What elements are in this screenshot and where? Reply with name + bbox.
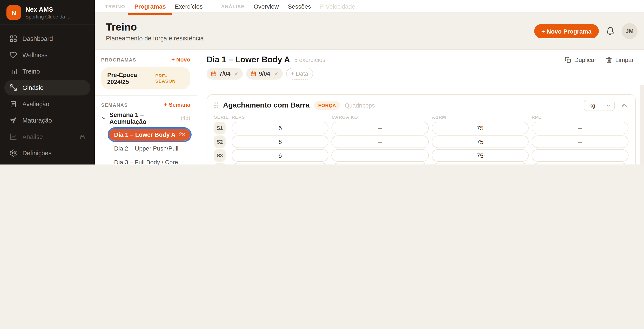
new-program-link[interactable]: + Novo: [172, 56, 190, 63]
column-header-rpe: RPE: [532, 114, 629, 120]
tab-fvelocidade[interactable]: F-Velocidade: [320, 3, 355, 10]
reps-input[interactable]: [232, 135, 329, 148]
duplicate-button[interactable]: Duplicar: [565, 56, 596, 63]
page-subtitle: Planeamento de força e resistência: [106, 35, 204, 41]
sidebar-item-avaliacao[interactable]: Avaliação: [4, 96, 90, 112]
day-item-dia1[interactable]: Dia 1 – Lower Body A 2×: [109, 129, 190, 141]
carga-input[interactable]: [332, 122, 429, 134]
panel-divider: [95, 95, 197, 96]
programs-panel: PROGRAMAS + Novo Pré-Época 2024/25 PRÉ-S…: [95, 50, 197, 164]
semanas-section-label: SEMANAS: [101, 102, 128, 107]
remove-date-icon[interactable]: [274, 71, 278, 76]
sidebar-item-label: Ginásio: [22, 84, 44, 91]
date-chip[interactable]: 7/04: [207, 68, 243, 79]
add-week-link[interactable]: + Semana: [164, 101, 190, 108]
page-title: Treino: [106, 21, 204, 33]
heart-icon: [10, 51, 17, 59]
exercise-title: Agachamento com Barra: [223, 101, 310, 110]
rm-input[interactable]: [432, 135, 529, 148]
sidebar-item-label: Treino: [22, 68, 40, 75]
tab-exercicios[interactable]: Exercícios: [175, 3, 202, 10]
exercise-scroll-region: Agachamento com Barra FORÇA Quadríceps k…: [197, 85, 644, 164]
reps-input[interactable]: [232, 149, 329, 162]
set-label: S2: [214, 135, 226, 148]
sidebar-divider: [0, 24, 95, 25]
collapse-card-button[interactable]: [620, 101, 628, 110]
date-chip[interactable]: 9/04: [246, 68, 283, 79]
user-avatar[interactable]: JM: [622, 23, 638, 39]
column-header-carga: CARGA KG: [332, 114, 429, 120]
set-table: SÉRIE REPS CARGA KG %1RM RPE S1: [214, 114, 628, 164]
column-header-reps: REPS: [232, 114, 329, 120]
rpe-input[interactable]: [532, 135, 629, 148]
rpe-input[interactable]: [532, 122, 629, 134]
day-title: Dia 1 – Lower Body A: [207, 55, 290, 64]
sidebar-item-ginasio[interactable]: Ginásio: [4, 80, 90, 95]
add-date-chip[interactable]: + Data: [286, 68, 313, 79]
drag-handle-icon[interactable]: [214, 102, 218, 109]
rpe-input[interactable]: [532, 149, 629, 162]
main-area: Dia 1 – Lower Body A 5 exercícios Duplic…: [197, 50, 644, 164]
bell-icon[interactable]: [606, 27, 615, 36]
clear-button[interactable]: Limpar: [606, 56, 634, 63]
sidebar-item-maturacao[interactable]: Maturação: [4, 113, 90, 128]
column-header-serie: SÉRIE: [214, 114, 228, 120]
sidebar-nav: Dashboard Wellness Treino Ginásio Avalia…: [0, 31, 95, 162]
week-day-count: (4d): [181, 115, 190, 121]
carga-input[interactable]: [332, 135, 429, 148]
reps-input[interactable]: [232, 163, 329, 164]
set-row: S4: [214, 163, 628, 164]
set-label: S4: [214, 163, 226, 164]
duplicate-label: Duplicar: [574, 56, 596, 63]
remove-date-icon[interactable]: [234, 71, 239, 76]
nav-separator: [212, 3, 212, 10]
reps-input[interactable]: [232, 122, 329, 134]
carga-input[interactable]: [332, 163, 429, 164]
calendar-icon: [251, 71, 256, 76]
clear-label: Limpar: [615, 56, 634, 63]
scrollbar-gutter[interactable]: [640, 85, 644, 164]
set-label: S3: [214, 149, 226, 162]
tab-overview[interactable]: Overview: [254, 3, 279, 10]
week-1-row[interactable]: Semana 1 – Acumulação (4d): [101, 110, 190, 127]
programas-section-label: PROGRAMAS: [101, 57, 136, 62]
rpe-input[interactable]: [532, 163, 629, 164]
sidebar-item-dashboard[interactable]: Dashboard: [4, 31, 90, 46]
brand-org: Sporting Clube da ...: [26, 14, 70, 19]
set-row: S2: [214, 135, 628, 148]
rm-input[interactable]: [432, 122, 529, 134]
tab-sessoes[interactable]: Sessões: [288, 3, 311, 10]
sidebar-item-label: Maturação: [22, 117, 52, 124]
set-row: S1: [214, 122, 628, 134]
day-item-dia3[interactable]: Dia 3 – Full Body / Core: [109, 156, 190, 164]
day-item-dia2[interactable]: Dia 2 – Upper Push/Pull: [109, 142, 190, 154]
nav-group-analise: ANÁLISE: [221, 4, 244, 9]
sidebar-item-label: Análise: [22, 133, 43, 140]
sidebar-item-wellness[interactable]: Wellness: [4, 47, 90, 63]
dashboard-icon: [10, 35, 17, 42]
clipboard-icon: [10, 100, 17, 108]
lock-icon: [80, 134, 85, 140]
add-date-label: + Data: [291, 70, 308, 77]
sidebar: N Nex AMS Sporting Clube da ... Dashboar…: [0, 0, 95, 164]
day-item-label: Dia 2 – Upper Push/Pull: [114, 145, 178, 152]
program-card[interactable]: Pré-Época 2024/25 PRÉ-SEASON: [101, 67, 190, 89]
page-header: Treino Planeamento de força e resistênci…: [95, 13, 644, 49]
date-chip-label: 7/04: [219, 70, 230, 77]
sidebar-item-analise[interactable]: Análise: [4, 129, 90, 144]
nav-group-treino: TREINO: [105, 4, 125, 9]
new-program-button[interactable]: + Novo Programa: [534, 24, 599, 38]
sidebar-item-definicoes[interactable]: Definições: [4, 145, 90, 161]
carga-input[interactable]: [332, 149, 429, 162]
line-chart-icon: [10, 133, 17, 141]
sidebar-item-treino[interactable]: Treino: [4, 64, 90, 79]
exercise-card-agachamento: Agachamento com Barra FORÇA Quadríceps k…: [207, 94, 636, 164]
rm-input[interactable]: [432, 163, 529, 164]
sidebar-item-label: Avaliação: [22, 101, 49, 107]
unit-select[interactable]: kg: [584, 100, 615, 111]
brand-logo: N: [6, 5, 21, 20]
rm-input[interactable]: [432, 149, 529, 162]
chevron-down-icon: [101, 116, 106, 121]
tab-programas[interactable]: Programas: [134, 3, 166, 10]
calendar-icon: [211, 71, 216, 76]
